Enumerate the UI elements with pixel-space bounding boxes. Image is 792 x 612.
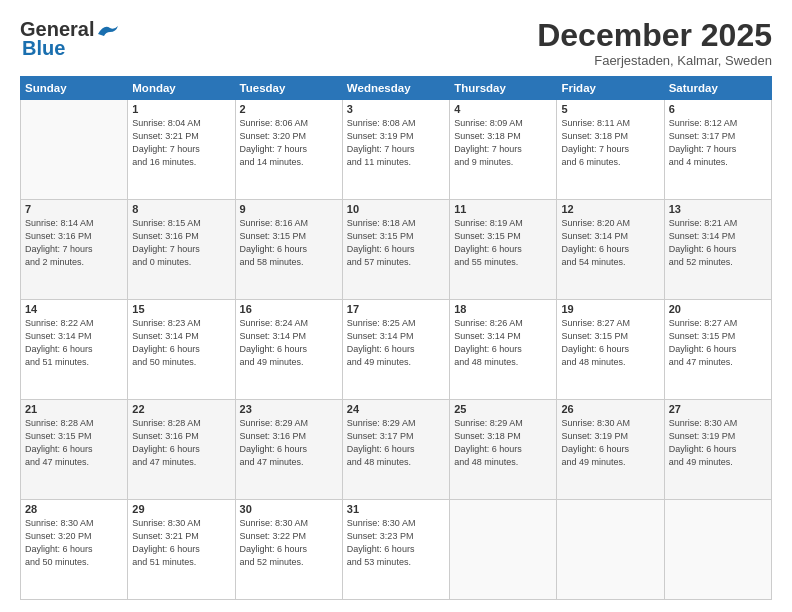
table-row: 23Sunrise: 8:29 AM Sunset: 3:16 PM Dayli…	[235, 400, 342, 500]
table-row: 5Sunrise: 8:11 AM Sunset: 3:18 PM Daylig…	[557, 100, 664, 200]
day-number: 5	[561, 103, 659, 115]
day-info: Sunrise: 8:14 AM Sunset: 3:16 PM Dayligh…	[25, 217, 123, 269]
table-row: 27Sunrise: 8:30 AM Sunset: 3:19 PM Dayli…	[664, 400, 771, 500]
table-row: 20Sunrise: 8:27 AM Sunset: 3:15 PM Dayli…	[664, 300, 771, 400]
day-info: Sunrise: 8:27 AM Sunset: 3:15 PM Dayligh…	[561, 317, 659, 369]
table-row	[664, 500, 771, 600]
day-number: 14	[25, 303, 123, 315]
logo-blue: Blue	[22, 37, 65, 60]
table-row	[21, 100, 128, 200]
day-number: 17	[347, 303, 445, 315]
day-number: 25	[454, 403, 552, 415]
day-number: 6	[669, 103, 767, 115]
day-info: Sunrise: 8:28 AM Sunset: 3:15 PM Dayligh…	[25, 417, 123, 469]
calendar-week-row: 28Sunrise: 8:30 AM Sunset: 3:20 PM Dayli…	[21, 500, 772, 600]
day-info: Sunrise: 8:12 AM Sunset: 3:17 PM Dayligh…	[669, 117, 767, 169]
location: Faerjestaden, Kalmar, Sweden	[537, 53, 772, 68]
table-row: 4Sunrise: 8:09 AM Sunset: 3:18 PM Daylig…	[450, 100, 557, 200]
day-info: Sunrise: 8:21 AM Sunset: 3:14 PM Dayligh…	[669, 217, 767, 269]
table-row: 22Sunrise: 8:28 AM Sunset: 3:16 PM Dayli…	[128, 400, 235, 500]
day-info: Sunrise: 8:18 AM Sunset: 3:15 PM Dayligh…	[347, 217, 445, 269]
table-row	[450, 500, 557, 600]
col-monday: Monday	[128, 77, 235, 100]
col-sunday: Sunday	[21, 77, 128, 100]
table-row: 11Sunrise: 8:19 AM Sunset: 3:15 PM Dayli…	[450, 200, 557, 300]
table-row: 21Sunrise: 8:28 AM Sunset: 3:15 PM Dayli…	[21, 400, 128, 500]
col-wednesday: Wednesday	[342, 77, 449, 100]
table-row: 28Sunrise: 8:30 AM Sunset: 3:20 PM Dayli…	[21, 500, 128, 600]
day-number: 12	[561, 203, 659, 215]
logo-bird-icon	[96, 22, 118, 38]
table-row: 31Sunrise: 8:30 AM Sunset: 3:23 PM Dayli…	[342, 500, 449, 600]
day-info: Sunrise: 8:19 AM Sunset: 3:15 PM Dayligh…	[454, 217, 552, 269]
logo: General Blue	[20, 18, 118, 60]
header: General Blue December 2025 Faerjestaden,…	[20, 18, 772, 68]
day-number: 28	[25, 503, 123, 515]
day-info: Sunrise: 8:30 AM Sunset: 3:19 PM Dayligh…	[669, 417, 767, 469]
day-number: 9	[240, 203, 338, 215]
day-info: Sunrise: 8:16 AM Sunset: 3:15 PM Dayligh…	[240, 217, 338, 269]
day-number: 23	[240, 403, 338, 415]
day-number: 4	[454, 103, 552, 115]
table-row: 30Sunrise: 8:30 AM Sunset: 3:22 PM Dayli…	[235, 500, 342, 600]
day-info: Sunrise: 8:29 AM Sunset: 3:16 PM Dayligh…	[240, 417, 338, 469]
table-row: 3Sunrise: 8:08 AM Sunset: 3:19 PM Daylig…	[342, 100, 449, 200]
day-number: 15	[132, 303, 230, 315]
day-number: 11	[454, 203, 552, 215]
col-friday: Friday	[557, 77, 664, 100]
day-number: 27	[669, 403, 767, 415]
day-info: Sunrise: 8:26 AM Sunset: 3:14 PM Dayligh…	[454, 317, 552, 369]
day-info: Sunrise: 8:09 AM Sunset: 3:18 PM Dayligh…	[454, 117, 552, 169]
page: General Blue December 2025 Faerjestaden,…	[0, 0, 792, 612]
day-info: Sunrise: 8:30 AM Sunset: 3:19 PM Dayligh…	[561, 417, 659, 469]
day-info: Sunrise: 8:30 AM Sunset: 3:23 PM Dayligh…	[347, 517, 445, 569]
table-row: 2Sunrise: 8:06 AM Sunset: 3:20 PM Daylig…	[235, 100, 342, 200]
day-info: Sunrise: 8:30 AM Sunset: 3:21 PM Dayligh…	[132, 517, 230, 569]
day-info: Sunrise: 8:30 AM Sunset: 3:20 PM Dayligh…	[25, 517, 123, 569]
col-thursday: Thursday	[450, 77, 557, 100]
calendar-week-row: 14Sunrise: 8:22 AM Sunset: 3:14 PM Dayli…	[21, 300, 772, 400]
day-number: 26	[561, 403, 659, 415]
day-number: 18	[454, 303, 552, 315]
title-block: December 2025 Faerjestaden, Kalmar, Swed…	[537, 18, 772, 68]
table-row: 13Sunrise: 8:21 AM Sunset: 3:14 PM Dayli…	[664, 200, 771, 300]
month-title: December 2025	[537, 18, 772, 53]
day-info: Sunrise: 8:29 AM Sunset: 3:18 PM Dayligh…	[454, 417, 552, 469]
calendar-week-row: 7Sunrise: 8:14 AM Sunset: 3:16 PM Daylig…	[21, 200, 772, 300]
table-row: 25Sunrise: 8:29 AM Sunset: 3:18 PM Dayli…	[450, 400, 557, 500]
day-info: Sunrise: 8:15 AM Sunset: 3:16 PM Dayligh…	[132, 217, 230, 269]
table-row: 29Sunrise: 8:30 AM Sunset: 3:21 PM Dayli…	[128, 500, 235, 600]
day-info: Sunrise: 8:25 AM Sunset: 3:14 PM Dayligh…	[347, 317, 445, 369]
day-info: Sunrise: 8:23 AM Sunset: 3:14 PM Dayligh…	[132, 317, 230, 369]
day-info: Sunrise: 8:30 AM Sunset: 3:22 PM Dayligh…	[240, 517, 338, 569]
col-saturday: Saturday	[664, 77, 771, 100]
day-number: 20	[669, 303, 767, 315]
day-number: 8	[132, 203, 230, 215]
day-number: 16	[240, 303, 338, 315]
table-row: 12Sunrise: 8:20 AM Sunset: 3:14 PM Dayli…	[557, 200, 664, 300]
day-number: 7	[25, 203, 123, 215]
table-row: 14Sunrise: 8:22 AM Sunset: 3:14 PM Dayli…	[21, 300, 128, 400]
table-row: 26Sunrise: 8:30 AM Sunset: 3:19 PM Dayli…	[557, 400, 664, 500]
day-info: Sunrise: 8:28 AM Sunset: 3:16 PM Dayligh…	[132, 417, 230, 469]
day-info: Sunrise: 8:08 AM Sunset: 3:19 PM Dayligh…	[347, 117, 445, 169]
table-row: 1Sunrise: 8:04 AM Sunset: 3:21 PM Daylig…	[128, 100, 235, 200]
table-row: 19Sunrise: 8:27 AM Sunset: 3:15 PM Dayli…	[557, 300, 664, 400]
day-info: Sunrise: 8:04 AM Sunset: 3:21 PM Dayligh…	[132, 117, 230, 169]
table-row: 10Sunrise: 8:18 AM Sunset: 3:15 PM Dayli…	[342, 200, 449, 300]
table-row: 24Sunrise: 8:29 AM Sunset: 3:17 PM Dayli…	[342, 400, 449, 500]
day-number: 21	[25, 403, 123, 415]
calendar-table: Sunday Monday Tuesday Wednesday Thursday…	[20, 76, 772, 600]
day-info: Sunrise: 8:11 AM Sunset: 3:18 PM Dayligh…	[561, 117, 659, 169]
day-number: 29	[132, 503, 230, 515]
table-row: 8Sunrise: 8:15 AM Sunset: 3:16 PM Daylig…	[128, 200, 235, 300]
day-info: Sunrise: 8:20 AM Sunset: 3:14 PM Dayligh…	[561, 217, 659, 269]
table-row: 7Sunrise: 8:14 AM Sunset: 3:16 PM Daylig…	[21, 200, 128, 300]
table-row: 16Sunrise: 8:24 AM Sunset: 3:14 PM Dayli…	[235, 300, 342, 400]
day-number: 10	[347, 203, 445, 215]
table-row: 9Sunrise: 8:16 AM Sunset: 3:15 PM Daylig…	[235, 200, 342, 300]
day-number: 2	[240, 103, 338, 115]
col-tuesday: Tuesday	[235, 77, 342, 100]
table-row: 18Sunrise: 8:26 AM Sunset: 3:14 PM Dayli…	[450, 300, 557, 400]
table-row: 17Sunrise: 8:25 AM Sunset: 3:14 PM Dayli…	[342, 300, 449, 400]
